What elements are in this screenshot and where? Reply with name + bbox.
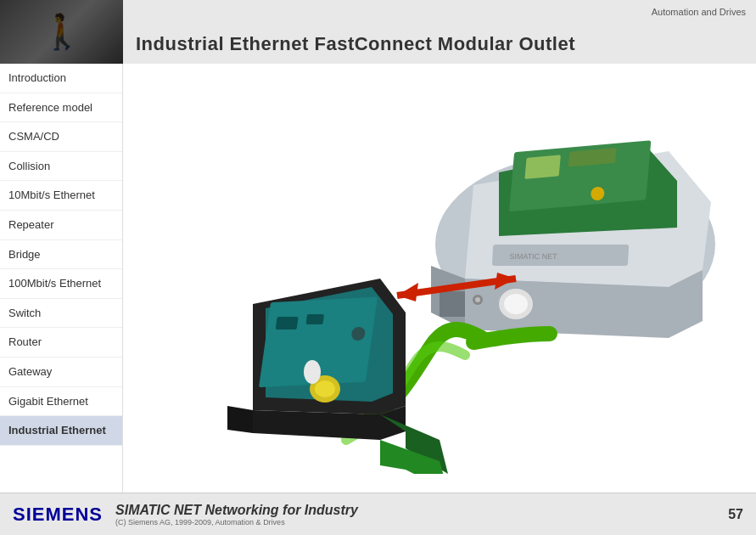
footer: SIEMENS SIMATIC NET Networking for Indus… <box>0 493 756 535</box>
svg-rect-15 <box>276 317 299 329</box>
sidebar-item-introduction[interactable]: Introduction <box>0 64 122 93</box>
sidebar-item-router[interactable]: Router <box>0 328 122 358</box>
sidebar-item-gigabit-ethernet[interactable]: Gigabit Ethernet <box>0 387 122 417</box>
svg-rect-16 <box>305 314 324 324</box>
sidebar: IntroductionReference modelCSMA/CDCollis… <box>0 64 123 493</box>
svg-point-13 <box>315 380 335 397</box>
footer-title: SIMATIC NET Networking for Industry <box>115 503 358 518</box>
sidebar-item-bridge[interactable]: Bridge <box>0 240 122 270</box>
header-title-area: Automation and Drives Industrial Etherne… <box>123 0 756 64</box>
footer-title-plain: SIMATIC NET <box>115 503 204 517</box>
sidebar-item-10mbit-ethernet[interactable]: 10Mbit/s Ethernet <box>0 181 122 211</box>
content-area: SIMATIC NET <box>123 64 756 493</box>
svg-text:SIMATIC NET: SIMATIC NET <box>509 252 557 261</box>
page-title: Industrial Ethernet FastConnect Modular … <box>136 33 743 55</box>
svg-point-8 <box>475 297 480 302</box>
footer-left: SIEMENS SIMATIC NET Networking for Indus… <box>13 503 358 527</box>
footer-subtitle: (C) Siemens AG, 1999-2009, Automation & … <box>115 518 358 527</box>
main-layout: IntroductionReference modelCSMA/CDCollis… <box>0 64 756 493</box>
sidebar-item-repeater[interactable]: Repeater <box>0 211 122 240</box>
sidebar-item-industrial-ethernet[interactable]: Industrial Ethernet <box>0 416 122 446</box>
product-illustration: SIMATIC NET <box>143 83 736 474</box>
automation-drives-label: Automation and Drives <box>652 7 746 17</box>
footer-page-number: 57 <box>728 507 743 522</box>
logo-image <box>0 0 123 64</box>
footer-text: SIMATIC NET Networking for Industry (C) … <box>115 503 358 527</box>
header-logo <box>0 0 123 64</box>
sidebar-item-collision[interactable]: Collision <box>0 152 122 182</box>
svg-point-6 <box>504 294 528 314</box>
sidebar-item-gateway[interactable]: Gateway <box>0 358 122 387</box>
sidebar-item-reference-model[interactable]: Reference model <box>0 93 122 123</box>
svg-point-14 <box>304 360 321 384</box>
header: Automation and Drives Industrial Etherne… <box>0 0 756 64</box>
sidebar-item-switch[interactable]: Switch <box>0 299 122 329</box>
sidebar-item-csma-cd[interactable]: CSMA/CD <box>0 122 122 152</box>
svg-rect-2 <box>524 155 560 178</box>
footer-title-italic: Networking for Industry <box>205 503 358 517</box>
siemens-logo: SIEMENS <box>13 504 103 526</box>
sidebar-item-100mbit-ethernet[interactable]: 100Mbit/s Ethernet <box>0 269 122 299</box>
